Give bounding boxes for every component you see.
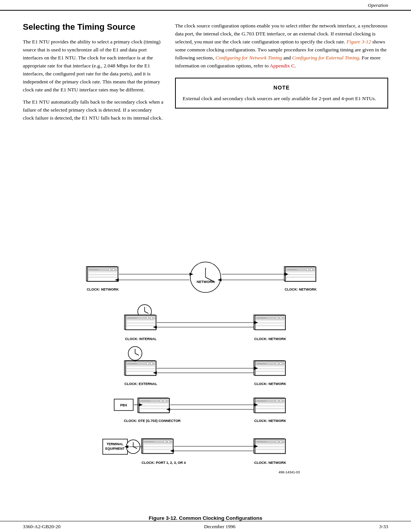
- config-external-timing-link[interactable]: Configuring for External Timing: [292, 55, 359, 61]
- note-text: External clock and secondary clock sourc…: [183, 95, 381, 102]
- note-box: NOTE External clock and secondary clock …: [175, 78, 388, 109]
- svg-text:NETWORK: NETWORK: [197, 280, 215, 284]
- svg-rect-8: [65, 254, 94, 257]
- svg-text:CLOCK: NETWORK: CLOCK: NETWORK: [254, 419, 286, 423]
- top-bar: Operation: [0, 0, 411, 11]
- svg-rect-5: [67, 264, 93, 266]
- footer-center: December 1996: [204, 524, 236, 530]
- svg-text:CLOCK: NETWORK: CLOCK: NETWORK: [254, 382, 286, 386]
- footer-right: 3-33: [379, 524, 388, 530]
- figure-area: NETWORK NETWORK C: [0, 249, 411, 521]
- right-column: The clock source configuration options e…: [175, 22, 388, 241]
- svg-rect-1: [65, 252, 95, 256]
- svg-rect-0: [65, 252, 95, 267]
- left-column: Selecting the Timing Source The E1 NTU p…: [23, 22, 164, 241]
- svg-text:CLOCK: NETWORK: CLOCK: NETWORK: [285, 288, 317, 291]
- content-area: Selecting the Timing Source The E1 NTU p…: [0, 11, 411, 249]
- appendix-c-link[interactable]: Appendix C: [270, 63, 295, 69]
- svg-text:PBX: PBX: [120, 403, 127, 407]
- svg-rect-4: [67, 261, 93, 263]
- footer: 3360-A2-GB20-20 December 1996 3-33: [0, 521, 411, 532]
- svg-rect-14: [65, 263, 94, 266]
- svg-line-17: [65, 252, 68, 254]
- section-title: Selecting the Timing Source: [23, 22, 164, 32]
- svg-text:CLOCK: INTERNAL: CLOCK: INTERNAL: [125, 337, 157, 341]
- note-title: NOTE: [183, 84, 381, 92]
- svg-text:NETWORK: NETWORK: [65, 269, 74, 273]
- page: Operation Selecting the Timing Source Th…: [0, 0, 411, 532]
- svg-text:496-14341-03: 496-14341-03: [279, 470, 300, 474]
- para3-final: .: [295, 63, 296, 69]
- footer-left: 3360-A2-GB20-20: [23, 524, 61, 530]
- svg-point-11: [86, 254, 88, 256]
- svg-point-10: [89, 254, 92, 256]
- svg-rect-13: [65, 260, 94, 262]
- paragraph-2: The E1 NTU automatically falls back to t…: [23, 98, 164, 122]
- svg-text:CLOCK: EXTERNAL: CLOCK: EXTERNAL: [124, 382, 157, 386]
- svg-text:CLOCK: NETWORK: CLOCK: NETWORK: [87, 288, 119, 291]
- svg-text:TERMINAL: TERMINAL: [107, 442, 123, 446]
- config-network-timing-link[interactable]: Configuring for Network Timing: [215, 55, 282, 61]
- header-label: Operation: [368, 2, 388, 8]
- paragraph-1: The E1 NTU provides the ability to selec…: [23, 38, 164, 94]
- svg-rect-3: [67, 257, 93, 260]
- svg-text:CLOCK: NETWORK: CLOCK: NETWORK: [254, 337, 286, 341]
- svg-text:EQUIPMENT: EQUIPMENT: [105, 447, 125, 451]
- clocking-diagram: NETWORK NETWORK C: [65, 252, 346, 511]
- svg-rect-12: [65, 258, 94, 260]
- svg-point-15: [65, 252, 72, 259]
- svg-text:CLOCK: PORT 1, 2, 3, OR 4: CLOCK: PORT 1, 2, 3, OR 4: [142, 461, 186, 465]
- svg-rect-7: [65, 252, 95, 267]
- figure-link[interactable]: Figure 3-12: [347, 39, 371, 45]
- paragraph-3: The clock source configuration options e…: [175, 22, 388, 70]
- svg-point-18: [65, 252, 78, 266]
- svg-line-20: [65, 252, 71, 256]
- svg-rect-6: [65, 252, 94, 267]
- para3-and: and: [282, 55, 292, 61]
- figure-caption: Figure 3-12. Common Clocking Configurati…: [149, 515, 263, 521]
- svg-text:CLOCK: NETWORK: CLOCK: NETWORK: [254, 461, 286, 465]
- svg-text:CLOCK: DTE (G.703) CONNECTOR: CLOCK: DTE (G.703) CONNECTOR: [124, 419, 181, 423]
